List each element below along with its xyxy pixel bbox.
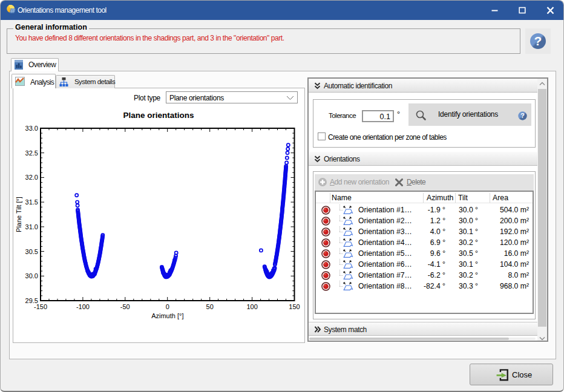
svg-text:32.5: 32.5 bbox=[25, 149, 38, 157]
svg-text:33.0: 33.0 bbox=[25, 125, 38, 132]
svg-text:32.0: 32.0 bbox=[25, 174, 38, 181]
svg-text:31.0: 31.0 bbox=[25, 223, 38, 230]
svg-text:Plane Tilt [°]: Plane Tilt [°] bbox=[15, 197, 22, 232]
svg-text:150: 150 bbox=[289, 303, 300, 310]
svg-text:Plane orientations: Plane orientations bbox=[123, 111, 194, 120]
svg-text:-50: -50 bbox=[120, 303, 130, 310]
svg-text:30.5: 30.5 bbox=[25, 248, 38, 255]
svg-text:-100: -100 bbox=[76, 303, 90, 310]
svg-text:?: ? bbox=[520, 112, 525, 119]
svg-text:29.5: 29.5 bbox=[25, 297, 38, 304]
svg-text:30.0: 30.0 bbox=[25, 272, 38, 279]
svg-text:100: 100 bbox=[246, 303, 257, 310]
svg-text:Azimuth [°]: Azimuth [°] bbox=[151, 312, 183, 319]
svg-text:0: 0 bbox=[166, 303, 169, 310]
svg-text:?: ? bbox=[534, 34, 542, 48]
svg-text:50: 50 bbox=[206, 303, 214, 310]
svg-text:31.5: 31.5 bbox=[25, 198, 38, 206]
